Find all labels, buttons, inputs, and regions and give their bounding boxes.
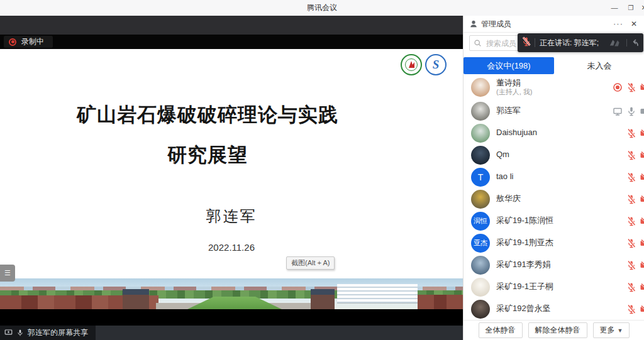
campus-photo: [0, 278, 463, 309]
screen-share-icon[interactable]: [613, 106, 623, 116]
member-name-block: tao li: [496, 172, 626, 182]
cam-idle-icon[interactable]: [640, 106, 644, 116]
member-name-block: 采矿191李秀娟: [496, 260, 626, 270]
member-row[interactable]: 董诗娟(主持人, 我): [464, 75, 644, 100]
cam-muted-icon[interactable]: [640, 150, 644, 160]
slide-date: 2022.11.26: [0, 242, 463, 253]
member-avatar: [471, 78, 490, 97]
cam-muted-icon[interactable]: [640, 128, 644, 138]
member-name: Qm: [496, 150, 626, 160]
share-black-strip: [0, 309, 463, 326]
mic-muted-icon[interactable]: [626, 150, 636, 160]
mic-muted-icon[interactable]: [626, 128, 636, 138]
close-icon[interactable]: ✕: [639, 0, 644, 16]
member-name: tao li: [496, 172, 626, 182]
panel-title: 管理成员: [481, 16, 511, 33]
member-name: 董诗娟: [496, 78, 613, 88]
share-bottom-bar: 郭连军的屏幕共享: [0, 326, 463, 340]
member-name: 采矿19-1陈润恒: [496, 216, 626, 226]
panel-more-icon[interactable]: ···: [613, 16, 623, 33]
cam-muted-icon[interactable]: [640, 238, 644, 248]
mic-muted-icon[interactable]: [521, 36, 531, 49]
member-row[interactable]: 亚杰采矿19-1荆亚杰: [464, 232, 644, 254]
cam-muted-icon[interactable]: [640, 194, 644, 204]
cam-muted-icon[interactable]: [640, 260, 644, 270]
mute-all-button[interactable]: 全体静音: [479, 322, 523, 338]
member-row[interactable]: Qm: [464, 144, 644, 166]
cam-muted-icon[interactable]: [640, 172, 644, 182]
member-row[interactable]: Daishujuan: [464, 122, 644, 144]
mic-muted-icon[interactable]: [626, 282, 636, 292]
screen-share-label: 郭连军的屏幕共享: [28, 327, 88, 338]
slide-title-line1: 矿山岩石爆破破碎理论与实践: [0, 102, 415, 128]
cam-muted-icon[interactable]: [640, 216, 644, 226]
member-row[interactable]: 郭连军: [464, 100, 644, 122]
member-name-block: 采矿192曾永坚: [496, 304, 626, 314]
cam-muted-icon[interactable]: [640, 304, 644, 314]
mic-muted-icon[interactable]: [626, 82, 636, 92]
member-row[interactable]: 敖华庆: [464, 188, 644, 210]
mic-icon: [16, 329, 24, 337]
member-row[interactable]: 润恒采矿19-1陈润恒: [464, 210, 644, 232]
mic-muted-icon[interactable]: [626, 194, 636, 204]
screen-share-status-badge: 郭连军的屏幕共享: [0, 326, 96, 340]
person-icon: [469, 19, 478, 28]
tab-not-joined[interactable]: 未入会: [554, 57, 644, 74]
member-name-block: 敖华庆: [496, 194, 626, 204]
member-row[interactable]: 采矿192曾永坚: [464, 298, 644, 320]
member-avatar: [471, 278, 490, 297]
member-name: 郭连军: [496, 106, 613, 116]
cam-muted-icon[interactable]: [640, 82, 644, 92]
member-name-block: 采矿19-1王子桐: [496, 282, 626, 292]
panel-close-icon[interactable]: ✕: [631, 16, 637, 33]
screen-icon: [4, 329, 13, 337]
member-name-block: Daishujuan: [496, 128, 626, 138]
member-name: 采矿19-1王子桐: [496, 282, 626, 292]
member-name: Daishujuan: [496, 128, 626, 138]
member-avatar: 亚杰: [471, 234, 490, 253]
restore-icon[interactable]: ❐: [624, 0, 638, 16]
slide-author: 郭连军: [0, 206, 463, 226]
member-row[interactable]: 采矿19-1王子桐: [464, 276, 644, 298]
speaking-text: 正在讲话: 郭连军;: [540, 38, 609, 48]
panel-footer: 全体静音 解除全体静音 更多▼: [464, 320, 644, 340]
member-tabs: 会议中(198) 未入会: [464, 57, 644, 74]
reply-arrow-icon[interactable]: [630, 38, 640, 48]
member-avatar: [471, 124, 490, 143]
window-titlebar: 腾讯会议 — ❐ ✕: [0, 0, 644, 16]
flags-icon[interactable]: [609, 38, 624, 48]
mic-muted-icon[interactable]: [626, 172, 636, 182]
record-dot-icon: [613, 82, 623, 92]
member-list: 董诗娟(主持人, 我) 郭连军 Daishujuan Qm Ttao li: [464, 75, 644, 320]
slide-logos: S: [401, 54, 447, 75]
member-row[interactable]: 采矿191李秀娟: [464, 254, 644, 276]
speaking-toast: 正在讲话: 郭连军;: [518, 33, 643, 52]
slide-title-line2: 研究展望: [0, 142, 415, 168]
more-button[interactable]: 更多▼: [593, 322, 630, 338]
university-logo-green-icon: [401, 54, 422, 75]
member-avatar: [471, 146, 490, 165]
member-avatar: [471, 102, 490, 121]
presentation-slide: S 矿山岩石爆破破碎理论与实践 研究展望 郭连军 2022.11.26: [0, 49, 463, 278]
mic-idle-icon[interactable]: [626, 106, 636, 116]
tab-in-meeting[interactable]: 会议中(198): [464, 57, 554, 74]
member-avatar: T: [471, 168, 490, 187]
member-name-block: Qm: [496, 150, 626, 160]
screenshot-tooltip: 截图(Alt + A): [286, 256, 335, 270]
mic-muted-icon[interactable]: [626, 304, 636, 314]
chevron-down-icon: ▼: [618, 327, 623, 334]
member-name: 采矿19-1荆亚杰: [496, 238, 626, 248]
cam-muted-icon[interactable]: [640, 282, 644, 292]
member-name: 敖华庆: [496, 194, 626, 204]
unmute-all-button[interactable]: 解除全体静音: [528, 322, 587, 338]
minimize-icon[interactable]: —: [608, 0, 621, 16]
annotation-toolbar-handle[interactable]: ☰: [0, 265, 15, 282]
mic-muted-icon[interactable]: [626, 216, 636, 226]
list-icon: ☰: [4, 269, 11, 277]
member-name-block: 采矿19-1荆亚杰: [496, 238, 626, 248]
member-row[interactable]: Ttao li: [464, 166, 644, 188]
mic-muted-icon[interactable]: [626, 238, 636, 248]
member-name: 采矿191李秀娟: [496, 260, 626, 270]
member-name: 采矿192曾永坚: [496, 304, 626, 314]
mic-muted-icon[interactable]: [626, 260, 636, 270]
